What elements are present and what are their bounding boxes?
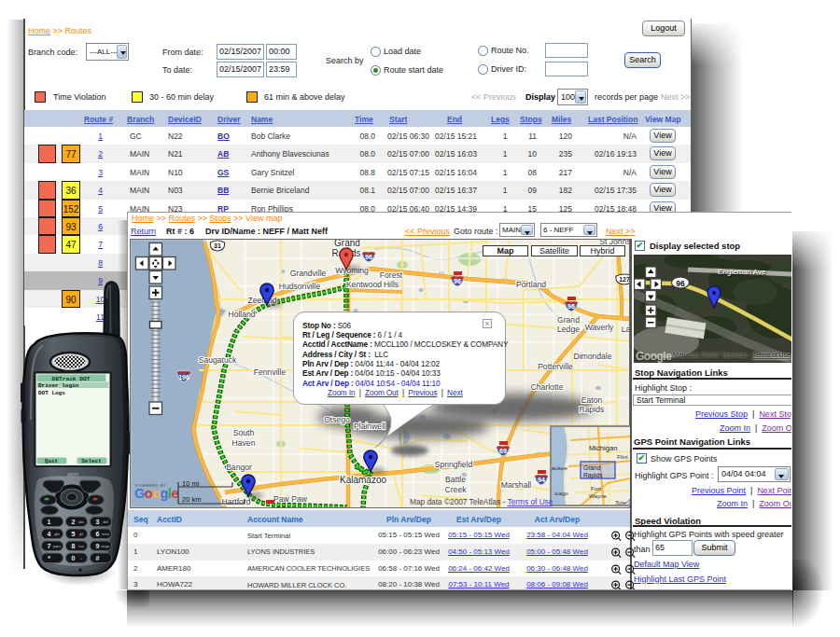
svg-text:Fort: Fort [591,485,601,492]
svg-text:Dimondale: Dimondale [573,352,611,361]
svg-text:Battle: Battle [445,475,466,484]
svg-text:31: 31 [214,242,221,249]
svg-text:icago: icago [554,490,568,496]
svg-text:9: 9 [96,543,100,549]
svg-text:ghi: ghi [54,532,59,536]
svg-text:Driver login: Driver login [38,382,79,389]
svg-text:Bangor: Bangor [226,463,252,472]
svg-text:Creek: Creek [445,485,468,494]
svg-text:Select: Select [81,458,102,464]
svg-text:Kalamazoo: Kalamazoo [340,475,386,485]
svg-text:127: 127 [619,276,630,283]
svg-text:96: 96 [676,279,685,288]
svg-text:Charlotte: Charlotte [531,382,564,392]
svg-text:69: 69 [499,448,507,454]
svg-text:Potterville: Potterville [538,362,573,371]
svg-text:7: 7 [48,543,51,549]
svg-text:Marshall: Marshall [501,480,532,490]
svg-text:mno: mno [102,532,110,536]
svg-text:Hudsonville: Hudsonville [279,282,321,291]
svg-text:Kentwood: Kentwood [346,280,382,289]
svg-text:DBTrack DOT: DBTrack DOT [52,376,91,382]
svg-text:tuv: tuv [78,544,83,548]
svg-text:Michigan: Michigan [589,444,617,452]
svg-text:2: 2 [72,519,76,525]
svg-text:South: South [233,428,255,437]
svg-text:Saugatuck: Saugatuck [199,355,237,365]
svg-text:Grandville: Grandville [290,269,327,278]
svg-text:wxyz: wxyz [102,544,110,548]
svg-text:Hills: Hills [384,280,399,289]
svg-text:Flint: Flint [617,453,628,460]
svg-text:3: 3 [96,519,100,525]
svg-text:Haven: Haven [232,438,256,448]
svg-text:DOT Logs: DOT Logs [38,390,65,396]
svg-text:Map data ©2007 TeleAtlas - Ter: Map data ©2007 TeleAtlas - Terms of Use [673,352,791,359]
svg-text:aukee: aukee [552,464,567,471]
svg-text:abc: abc [78,519,84,524]
svg-text:6: 6 [96,531,100,537]
svg-text:5: 5 [72,531,76,537]
svg-text:Grand: Grand [583,464,601,471]
svg-text:10 mi: 10 mi [182,479,200,488]
svg-text:#: # [96,555,100,561]
svg-text:8: 8 [72,543,76,549]
svg-text:Quit: Quit [45,458,59,464]
svg-text:94: 94 [538,477,545,483]
svg-text:Grand: Grand [557,315,580,325]
svg-text:pqrs: pqrs [53,544,61,548]
svg-text:*: * [48,555,50,561]
svg-text:96: 96 [567,303,575,310]
svg-text:def: def [103,519,108,524]
svg-text:Springfield: Springfield [435,460,473,469]
svg-text:Holland: Holland [228,310,255,319]
svg-text:Portland: Portland [516,280,546,289]
svg-text:Ledge: Ledge [557,325,580,334]
svg-text:196: 196 [178,374,189,381]
svg-text:Rapids: Rapids [580,405,605,414]
svg-text:Waverly: Waverly [585,323,614,332]
svg-text:Google: Google [636,350,672,363]
svg-text:20 km: 20 km [182,495,201,504]
svg-text:Grand: Grand [334,239,360,248]
svg-text:0: 0 [72,555,76,561]
svg-text:jkl: jkl [78,532,83,536]
svg-text:Forest: Forest [380,270,403,280]
svg-text:1: 1 [48,519,51,525]
svg-text:Wayne: Wayne [589,492,608,499]
svg-text:Lan: Lan [622,325,630,334]
svg-text:96: 96 [365,254,372,260]
svg-text:Paw Paw: Paw Paw [273,494,308,504]
svg-text:96: 96 [454,278,461,284]
svg-text:Eaton: Eaton [581,395,603,405]
svg-text:Engleman Ave: Engleman Ave [718,268,766,276]
svg-text:4: 4 [48,531,51,537]
svg-text:Fennville: Fennville [254,367,287,377]
svg-text:Rapids: Rapids [583,472,603,479]
